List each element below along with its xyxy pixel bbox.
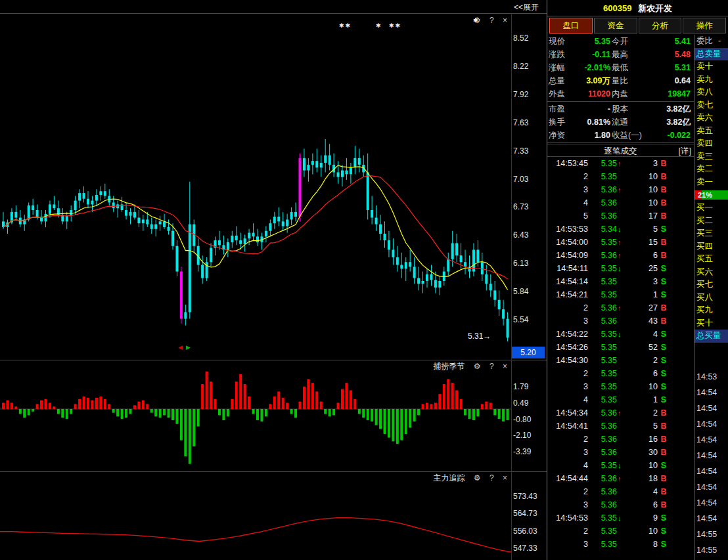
collapse-toggle[interactable]: <<展开 [514, 2, 539, 13]
sell-level[interactable]: 卖三 [694, 150, 728, 163]
tick-trade-row[interactable]: 14:54:415.365B [547, 420, 694, 433]
buy-level[interactable]: 买六 [694, 266, 728, 279]
quote-value: 0.64 [655, 74, 692, 87]
quote-label: 市盈 [549, 102, 571, 116]
tick-trade-row[interactable]: 25.3616B [547, 433, 694, 446]
tick-trade-row[interactable]: 45.351S [547, 393, 694, 406]
tick-side: B [658, 170, 670, 183]
tick-volume: 4 [625, 328, 658, 341]
quote-row: 换手0.81%流通3.82亿 [547, 116, 694, 129]
sell-level[interactable]: 卖四 [694, 137, 728, 150]
tick-side: S [658, 459, 670, 472]
tick-time: 5 [549, 209, 588, 223]
buy-level[interactable]: 买七 [694, 278, 728, 291]
main-force-line-chart[interactable] [0, 472, 511, 560]
buy-level[interactable]: 买八 [694, 291, 728, 305]
tick-trade-row[interactable]: 14:54:095.36↑6B [547, 249, 694, 262]
tick-trade-row[interactable]: 55.3617B [547, 209, 694, 223]
sell-level[interactable]: 卖九 [694, 74, 728, 87]
settings-gear-icon[interactable]: ⚙ [474, 473, 481, 483]
tick-trade-row[interactable]: 14:54:005.35↑15B [547, 236, 694, 249]
tick-time: 14:54:11 [549, 262, 588, 275]
gauge-percent-label: 21% [698, 190, 712, 200]
sell-level[interactable]: 卖十 [694, 60, 728, 74]
buy-level[interactable]: 买十 [694, 317, 728, 330]
buy-level[interactable]: 买九 [694, 304, 728, 317]
tick-trade-row[interactable]: 25.3510B [547, 170, 694, 183]
tick-volume: 15 [625, 236, 658, 249]
tick-side: B [658, 485, 670, 498]
tick-trade-row[interactable]: 14:54:305.352S [547, 354, 694, 367]
tick-trade-row[interactable]: 14:54:115.35↓25S [547, 262, 694, 275]
tick-trade-row[interactable]: 45.3610B [547, 196, 694, 209]
quote-value: 3.82亿 [655, 102, 692, 116]
help-icon[interactable]: ? [489, 473, 494, 483]
tick-volume: 9 [625, 511, 658, 525]
candlestick-chart[interactable] [0, 13, 511, 360]
sell-level[interactable]: 卖五 [694, 125, 728, 138]
tab-盘口[interactable]: 盘口 [549, 18, 593, 33]
total-sell-row: 总卖量 [694, 48, 728, 61]
tick-trade-row[interactable]: 14:53:535.34↓5S [547, 223, 694, 236]
buy-level[interactable]: 买三 [694, 227, 728, 240]
axis-label: -2.10 [513, 431, 531, 440]
close-icon[interactable]: × [503, 473, 507, 483]
sell-level[interactable]: 卖一 [694, 176, 728, 189]
minute-time: 14:54 [694, 463, 728, 479]
buy-level[interactable]: 买四 [694, 240, 728, 253]
sell-level[interactable]: 卖二 [694, 163, 728, 176]
axis-label: 0.49 [513, 398, 528, 408]
buy-level[interactable]: 买一 [694, 202, 728, 215]
tick-volume: 10 [625, 196, 658, 209]
tick-price: 5.35 [588, 262, 617, 275]
tick-trade-row[interactable]: 35.366B [547, 498, 694, 511]
tick-trade-row[interactable]: 14:54:345.36↑2B [547, 406, 694, 420]
tick-trade-row[interactable]: 14:54:265.3552S [547, 341, 694, 354]
tick-trade-row[interactable]: 45.35↓10S [547, 459, 694, 472]
tick-trade-row[interactable]: 35.3510S [547, 380, 694, 393]
tab-资金[interactable]: 资金 [594, 18, 637, 33]
bottom-panel-toolbar: 主力追踪 ⚙ ? × [0, 473, 507, 483]
indicator-bar-chart[interactable] [0, 360, 511, 471]
sell-level[interactable]: 卖六 [694, 112, 728, 125]
sell-level[interactable]: 卖八 [694, 86, 728, 99]
tick-trade-row[interactable]: 25.3510S [547, 525, 694, 538]
close-icon[interactable]: × [503, 362, 507, 372]
tick-trade-row[interactable]: 14:54:535.35↓9S [547, 511, 694, 525]
tick-volume: 8 [625, 538, 658, 551]
buy-level[interactable]: 买二 [694, 215, 728, 228]
tick-time: 14:54:41 [549, 420, 588, 433]
tab-分析[interactable]: 分析 [639, 18, 682, 33]
tick-trades-title: 逐笔成交 [604, 146, 637, 156]
quote-value: 3.82亿 [655, 116, 692, 129]
tick-trade-row[interactable]: 25.36↑27B [547, 301, 694, 314]
tick-trade-row[interactable]: 14:54:145.353S [547, 275, 694, 288]
buy-sell-arrow-icon: ◀ [178, 344, 183, 351]
tick-trade-row[interactable]: 35.3630B [547, 446, 694, 459]
buy-level[interactable]: 买五 [694, 253, 728, 266]
sell-level[interactable]: 卖七 [694, 99, 728, 112]
tick-trade-row[interactable]: 14:53:455.35↑3B [547, 157, 694, 170]
close-icon[interactable]: × [503, 16, 507, 26]
tick-trade-row[interactable]: 14:54:445.36↑18B [547, 472, 694, 485]
tick-detail-link[interactable]: [详] [679, 144, 691, 158]
quote-label: 流通 [612, 116, 655, 129]
tick-trades-list[interactable]: 14:53:455.35↑3B25.3510B35.36↑10B45.3610B… [547, 157, 694, 560]
help-icon[interactable]: ? [489, 16, 494, 26]
tick-volume: 5 [625, 223, 658, 236]
tick-trade-row[interactable]: 14:54:225.35↓4S [547, 328, 694, 341]
settings-gear-icon[interactable]: ⚙ [474, 362, 481, 372]
tick-trade-row[interactable]: 35.358S [547, 538, 694, 551]
tab-操作[interactable]: 操作 [683, 18, 726, 33]
tick-trade-row[interactable]: 35.3643B [547, 314, 694, 328]
quote-separator [547, 101, 694, 102]
stock-code: 600359 [603, 3, 631, 13]
axis-label: 5.54 [513, 315, 528, 324]
tick-volume: 10 [625, 525, 658, 538]
help-icon[interactable]: ? [489, 362, 494, 372]
tick-trade-row[interactable]: 25.356S [547, 367, 694, 380]
tick-trade-row[interactable]: 25.364B [547, 485, 694, 498]
tick-trade-row[interactable]: 14:54:215.351S [547, 288, 694, 301]
tick-trade-row[interactable]: 35.36↑10B [547, 183, 694, 196]
tick-volume: 52 [625, 341, 658, 354]
